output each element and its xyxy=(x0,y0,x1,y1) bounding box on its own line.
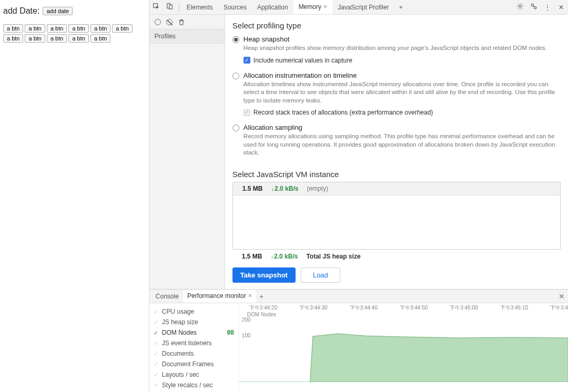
page-btn[interactable]: a btn xyxy=(47,24,67,33)
drawer-tabbar: ConsolePerformance monitor× + ✕ xyxy=(149,290,568,303)
check-icon: ✓ xyxy=(154,350,159,357)
vm-heading: Select JavaScript VM instance xyxy=(232,170,561,179)
devtools-tabbar: ElementsSourcesApplicationMemory×JavaScr… xyxy=(149,0,568,15)
time-axis: 下午3:44:20下午3:44:30下午3:44:40下午3:44:50下午3:… xyxy=(239,303,568,312)
memory-sidebar: Profiles xyxy=(149,15,225,289)
page-btn[interactable]: a btn xyxy=(25,24,45,33)
more-icon[interactable]: ⋮ xyxy=(541,4,554,11)
devtools-pane: ElementsSourcesApplicationMemory×JavaScr… xyxy=(149,0,568,392)
profiling-checkbox[interactable]: ✓ xyxy=(244,57,250,64)
check-icon: ✓ xyxy=(154,308,159,315)
profiling-option-title[interactable]: Allocation sampling xyxy=(244,123,561,131)
metric-name: JS heap size xyxy=(162,318,198,326)
profiling-checkbox-label: Record stack traces of allocations (extr… xyxy=(253,109,433,116)
profiling-radio[interactable] xyxy=(232,125,239,131)
close-devtools-icon[interactable]: ✕ xyxy=(554,4,568,11)
page-btn[interactable]: a btn xyxy=(25,34,45,43)
time-tick: 下午3:44:20 xyxy=(249,304,277,312)
metric-cpu-usage[interactable]: ✓CPU usage xyxy=(154,306,234,317)
metric-document-frames[interactable]: ✓Document Frames xyxy=(154,359,234,369)
drawer-add-tab-icon[interactable]: + xyxy=(256,292,267,301)
drawer-tab-performance-monitor[interactable]: Performance monitor× xyxy=(183,290,256,303)
svg-point-5 xyxy=(534,7,536,9)
metrics-list: ✓CPU usage✓JS heap size✓DOM Nodes98✓JS e… xyxy=(149,303,239,392)
close-tab-icon[interactable]: × xyxy=(248,292,252,300)
memory-main: Select profiling type Heap snapshotHeap … xyxy=(225,15,568,289)
check-icon: ✓ xyxy=(154,340,159,347)
page-btn[interactable]: a btn xyxy=(3,24,23,33)
total-label: Total JS heap size xyxy=(306,253,360,260)
profiling-radio[interactable] xyxy=(232,73,239,79)
svg-rect-2 xyxy=(169,5,172,9)
clear-icon[interactable] xyxy=(166,19,173,25)
time-tick: 下午3:4 xyxy=(550,304,568,312)
chart-series-label: DOM Nodes xyxy=(247,312,276,317)
add-tab-icon[interactable]: + xyxy=(394,4,408,11)
page-btn[interactable]: a btn xyxy=(68,24,88,33)
metric-name: Document Frames xyxy=(162,360,214,368)
device-toggle-icon[interactable] xyxy=(163,3,177,12)
chart-area xyxy=(239,319,568,382)
check-icon: ✓ xyxy=(154,329,159,336)
profiling-radio[interactable] xyxy=(232,36,239,43)
record-icon[interactable] xyxy=(155,19,161,25)
tab-memory[interactable]: Memory× xyxy=(293,0,332,14)
metric-documents[interactable]: ✓Documents xyxy=(154,348,234,359)
vm-list: 1.5 MB2.0 kB/s(empty) xyxy=(232,182,561,250)
take-snapshot-button[interactable]: Take snapshot xyxy=(232,267,296,283)
profiling-option-desc: Allocation timelines show instrumented J… xyxy=(244,80,561,105)
svg-point-3 xyxy=(519,5,521,7)
profiling-option-title[interactable]: Allocation instrumentation on timeline xyxy=(244,71,561,79)
profiling-option-desc: Record memory allocations using sampling… xyxy=(244,132,561,157)
page-heading: add Date: add date xyxy=(3,6,146,16)
time-tick: 下午3:45:10 xyxy=(500,304,528,312)
time-tick: 下午3:44:30 xyxy=(299,304,327,312)
metric-js-event-listeners[interactable]: ✓JS event listeners xyxy=(154,338,234,348)
metric-layouts-sec[interactable]: ✓Layouts / sec xyxy=(154,369,234,380)
page-btn[interactable]: a btn xyxy=(3,34,23,43)
profiling-checkbox: ✓ xyxy=(244,109,250,116)
settings-icon[interactable] xyxy=(513,3,527,12)
metric-name: Layouts / sec xyxy=(162,371,199,378)
select-profiling-heading: Select profiling type xyxy=(232,21,561,30)
inspect-icon[interactable] xyxy=(149,3,163,12)
svg-point-4 xyxy=(531,4,533,6)
drawer-close-icon[interactable]: ✕ xyxy=(559,292,565,301)
metric-name: JS event listeners xyxy=(162,339,212,347)
vm-row[interactable]: 1.5 MB2.0 kB/s(empty) xyxy=(233,182,560,195)
add-date-button[interactable]: add date xyxy=(43,7,73,15)
page-btn[interactable]: a btn xyxy=(47,34,67,43)
tab-application[interactable]: Application xyxy=(252,0,293,14)
metric-name: DOM Nodes xyxy=(162,329,197,336)
metric-style-recalcs-sec[interactable]: ✓Style recalcs / sec xyxy=(154,380,234,390)
devices-icon[interactable] xyxy=(527,3,541,12)
page-btn[interactable]: a btn xyxy=(90,34,110,43)
total-rate: 2.0 kB/s xyxy=(271,253,298,260)
time-tick: 下午3:45:00 xyxy=(450,304,478,312)
page-content: add Date: add date a btna btna btna btna… xyxy=(0,0,149,392)
profiling-option-title[interactable]: Heap snapshot xyxy=(244,35,561,43)
check-icon: ✓ xyxy=(154,372,159,378)
tab-javascript-profiler[interactable]: JavaScript Profiler xyxy=(332,0,394,14)
time-tick: 下午3:44:50 xyxy=(400,304,428,312)
heading-text: add Date: xyxy=(3,6,39,16)
tab-sources[interactable]: Sources xyxy=(218,0,252,14)
performance-monitor-body: ✓CPU usage✓JS heap size✓DOM Nodes98✓JS e… xyxy=(149,303,568,392)
delete-icon[interactable] xyxy=(178,18,185,26)
tab-elements[interactable]: Elements xyxy=(181,0,218,14)
drawer: ConsolePerformance monitor× + ✕ ✓CPU usa… xyxy=(149,289,568,392)
page-btn[interactable]: a btn xyxy=(90,24,110,33)
close-tab-icon[interactable]: × xyxy=(323,3,327,11)
profiling-checkbox-label: Include numerical values in capture xyxy=(253,57,352,64)
page-btn[interactable]: a btn xyxy=(112,24,132,33)
load-button[interactable]: Load xyxy=(301,267,340,283)
check-icon: ✓ xyxy=(154,361,159,368)
metric-name: CPU usage xyxy=(162,308,194,315)
metric-name: Documents xyxy=(162,350,194,357)
button-row: a btna btna btna btna btna btna btna btn… xyxy=(3,24,146,43)
time-tick: 下午3:44:40 xyxy=(350,304,378,312)
page-btn[interactable]: a btn xyxy=(68,34,88,43)
metric-dom-nodes[interactable]: ✓DOM Nodes98 xyxy=(154,327,234,338)
metric-js-heap-size[interactable]: ✓JS heap size xyxy=(154,317,234,327)
drawer-tab-console[interactable]: Console xyxy=(151,290,183,303)
